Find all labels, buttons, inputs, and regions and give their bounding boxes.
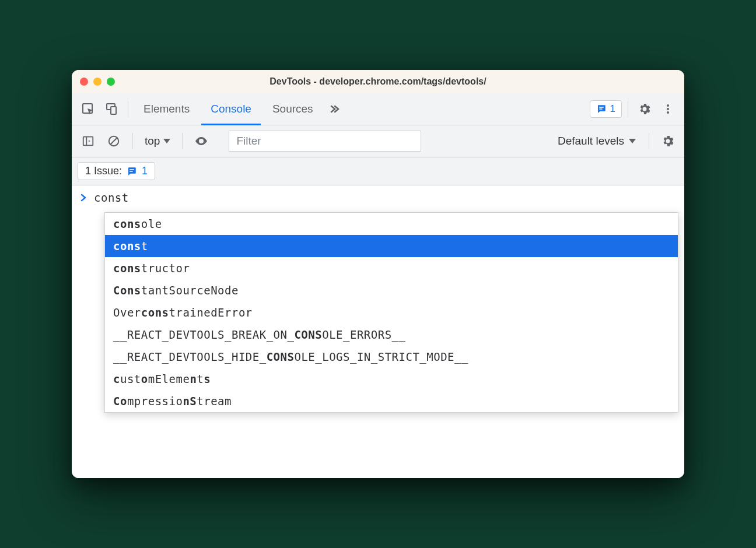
console-body: const consoleconstconstructorConstantSou… [72,185,684,478]
execution-context-selector[interactable]: top [141,135,174,147]
issues-count: 1 [142,165,148,177]
tab-sources[interactable]: Sources [263,93,323,125]
issues-chip[interactable]: 1 [590,100,622,118]
levels-label: Default levels [558,135,624,147]
minimize-window-button[interactable] [93,78,102,86]
kebab-menu-icon[interactable] [657,99,678,120]
svg-point-5 [667,104,669,107]
settings-gear-icon[interactable] [634,99,655,120]
titlebar: DevTools - developer.chrome.com/tags/dev… [72,70,684,93]
console-sidebar-toggle-icon[interactable] [78,131,99,152]
separator [182,133,183,149]
autocomplete-popup: consoleconstconstructorConstantSourceNod… [104,212,678,413]
svg-rect-2 [111,107,116,114]
chevron-down-icon [163,139,170,143]
autocomplete-item[interactable]: const [105,235,678,257]
close-window-button[interactable] [80,78,88,86]
issues-label: 1 Issue: [85,165,122,177]
devtools-window: DevTools - developer.chrome.com/tags/dev… [72,70,684,478]
autocomplete-item[interactable]: customElements [105,368,678,390]
console-settings-gear-icon[interactable] [657,131,678,152]
clear-console-icon[interactable] [103,131,124,152]
svg-line-11 [111,138,117,145]
prompt-chevron-icon [80,194,87,202]
svg-rect-14 [130,171,132,172]
issues-bar: 1 Issue: 1 [72,157,684,185]
main-tabbar: Elements Console Sources 1 [72,93,684,125]
issues-count: 1 [610,103,615,115]
separator [628,101,628,117]
message-icon [596,104,607,114]
separator [132,133,133,149]
autocomplete-item[interactable]: __REACT_DEVTOOLS_HIDE_CONSOLE_LOGS_IN_ST… [105,346,678,368]
live-expression-eye-icon[interactable] [191,131,212,152]
svg-point-12 [200,140,202,142]
console-prompt-row[interactable]: const [72,185,684,208]
issues-counter[interactable]: 1 Issue: 1 [78,162,155,180]
svg-rect-3 [599,107,604,108]
tab-elements[interactable]: Elements [134,93,199,125]
svg-point-6 [667,108,669,110]
autocomplete-item[interactable]: ConstantSourceNode [105,279,678,301]
autocomplete-item[interactable]: constructor [105,257,678,279]
autocomplete-item[interactable]: CompressionStream [105,390,678,412]
log-levels-selector[interactable]: Default levels [553,135,640,147]
svg-point-7 [667,111,669,114]
svg-rect-13 [130,169,134,170]
tab-console[interactable]: Console [201,93,261,125]
inspect-element-icon[interactable] [78,99,99,120]
more-tabs-icon[interactable] [325,99,342,120]
svg-rect-4 [599,108,602,110]
message-icon [127,166,137,177]
maximize-window-button[interactable] [107,78,115,86]
console-filter-input[interactable] [229,131,421,152]
svg-rect-8 [83,137,93,146]
context-label: top [145,135,160,147]
device-toolbar-icon[interactable] [101,99,122,120]
console-input-text[interactable]: const [94,191,129,204]
separator [128,101,128,117]
window-title: DevTools - developer.chrome.com/tags/dev… [72,76,684,87]
autocomplete-item[interactable]: OverconstrainedError [105,301,678,324]
chevron-down-icon [629,139,636,143]
window-controls [80,78,115,86]
separator [649,133,649,149]
autocomplete-item[interactable]: __REACT_DEVTOOLS_BREAK_ON_CONSOLE_ERRORS… [105,324,678,346]
console-toolbar: top Default levels [72,125,684,157]
autocomplete-item[interactable]: console [105,213,678,235]
